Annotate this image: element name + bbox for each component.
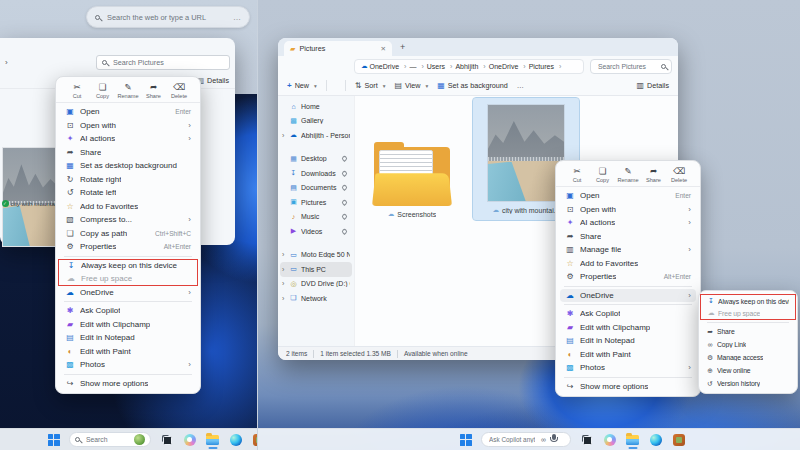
taskbar-copilot-box[interactable]: ∞ xyxy=(481,432,571,447)
menu-item-share[interactable]: ➦ Share › xyxy=(560,230,696,244)
menu-item-show-more-options[interactable]: ↪ Show more options › xyxy=(60,377,196,391)
app-button-orange[interactable] xyxy=(251,431,258,449)
expand-chevron-icon[interactable] xyxy=(282,280,289,287)
menu-bar-button-share[interactable]: ➦ Share xyxy=(643,166,665,183)
web-search-bar[interactable]: … xyxy=(86,6,250,28)
menu-bar-button-rename[interactable]: ✎ Rename xyxy=(117,82,139,99)
menu-item-always-keep-on-this-device[interactable]: ↧ Always keep on this device › xyxy=(58,259,198,273)
sidebar-item-documents[interactable]: ▤ Documents xyxy=(280,181,352,196)
menu-item-compress-to[interactable]: ▧ Compress to... › xyxy=(60,213,196,227)
menu-bar-button-copy[interactable]: ❏ Copy xyxy=(592,166,614,183)
sidebar-item-downloads[interactable]: ↧ Downloads xyxy=(280,166,352,181)
breadcrumb-item[interactable]: Abhijith xyxy=(455,63,488,70)
edge-button[interactable] xyxy=(228,431,243,449)
menu-item-show-more-options[interactable]: ↪ Show more options › xyxy=(560,380,696,394)
menu-item-edit-with-clipchamp[interactable]: ▰ Edit with Clipchamp › xyxy=(60,318,196,332)
new-tab-button[interactable]: + xyxy=(400,42,405,52)
sidebar-item-gallery[interactable]: ▩ Gallery xyxy=(280,114,352,129)
menu-item-share[interactable]: ➦ Share › xyxy=(60,146,196,160)
submenu-item-copy-link[interactable]: ∞ Copy Link xyxy=(702,338,794,351)
microphone-icon[interactable] xyxy=(550,434,558,445)
menu-item-add-to-favorites[interactable]: ☆ Add to Favorites › xyxy=(560,257,696,271)
copilot-button[interactable] xyxy=(602,431,617,449)
expand-chevron-icon[interactable] xyxy=(282,132,289,139)
submenu-item-share[interactable]: ➦ Share xyxy=(702,325,794,338)
submenu-item-always-keep-on-this-device[interactable]: ↧ Always keep on this device xyxy=(700,294,796,307)
menu-item-open[interactable]: ▣ Open Enter› xyxy=(60,105,196,119)
menu-item-copy-as-path[interactable]: ❏ Copy as path Ctrl+Shift+C› xyxy=(60,227,196,241)
start-button[interactable] xyxy=(458,431,473,449)
details-button[interactable]: ▥ Details xyxy=(197,76,229,85)
menu-item-free-up-space[interactable]: ☁ Free up space › xyxy=(58,272,198,286)
new-button[interactable]: + New xyxy=(287,81,317,90)
menu-item-properties[interactable]: ⚙ Properties Alt+Enter› xyxy=(560,270,696,284)
menu-item-ask-copilot[interactable]: ✱ Ask Copilot › xyxy=(560,307,696,321)
file-explorer-button[interactable] xyxy=(625,431,640,449)
sort-button[interactable]: ⇅ Sort xyxy=(355,81,386,90)
menu-item-edit-with-clipchamp[interactable]: ▰ Edit with Clipchamp › xyxy=(560,321,696,335)
task-view-button[interactable] xyxy=(159,431,174,449)
start-button[interactable] xyxy=(46,431,61,449)
more-options-icon[interactable]: … xyxy=(233,13,241,22)
submenu-item-version-history[interactable]: ↺ Version history xyxy=(702,377,794,390)
menu-bar-button-cut[interactable]: ✂ Cut xyxy=(566,166,588,183)
details-button[interactable]: ▥ Details xyxy=(636,81,669,90)
menu-item-properties[interactable]: ⚙ Properties Alt+Enter› xyxy=(60,240,196,254)
sidebar-item-music[interactable]: ♪ Music xyxy=(280,210,352,225)
breadcrumb-item[interactable]: OneDrive xyxy=(489,63,529,70)
sidebar-item-moto-edge-50-neo[interactable]: ▭ Moto Edge 50 Neo xyxy=(280,248,352,263)
breadcrumb-item[interactable]: — xyxy=(409,63,426,70)
beach-photo-thumbnail[interactable] xyxy=(2,147,58,247)
menu-item-ask-copilot[interactable]: ✱ Ask Copilot › xyxy=(60,304,196,318)
menu-bar-button-rename[interactable]: ✎ Rename xyxy=(617,166,639,183)
menu-item-ai-actions[interactable]: ✦ AI actions › xyxy=(60,132,196,146)
menu-item-open-with[interactable]: ⊡ Open with › xyxy=(60,119,196,133)
sidebar-item-videos[interactable]: ▶ Videos xyxy=(280,224,352,239)
sidebar-item-this-pc[interactable]: ▭ This PC xyxy=(280,262,352,277)
view-button[interactable]: ▤ View xyxy=(394,81,428,90)
sidebar-item-onedrive-personal[interactable]: ☁ Abhijith - Personal xyxy=(280,128,352,143)
task-view-button[interactable] xyxy=(579,431,594,449)
sidebar-item-home[interactable]: ⌂ Home xyxy=(280,99,352,114)
menu-bar-button-share[interactable]: ➦ Share xyxy=(143,82,165,99)
menu-item-set-as-desktop-background[interactable]: ▦ Set as desktop background › xyxy=(60,159,196,173)
menu-item-onedrive[interactable]: ☁ OneDrive › xyxy=(560,289,696,303)
search-pictures-input[interactable] xyxy=(111,57,224,68)
menu-item-edit-in-notepad[interactable]: ▤ Edit in Notepad › xyxy=(60,331,196,345)
menu-item-rotate-left[interactable]: ↺ Rotate left › xyxy=(60,186,196,200)
file-explorer-button[interactable] xyxy=(205,431,220,449)
menu-item-photos[interactable]: ▩ Photos › xyxy=(60,358,196,372)
menu-item-open-with[interactable]: ⊡ Open with › xyxy=(560,203,696,217)
breadcrumb-item[interactable]: Users xyxy=(427,63,456,70)
menu-bar-button-delete[interactable]: ⌫ Delete xyxy=(668,166,690,183)
submenu-item-manage-access[interactable]: ⚙ Manage access xyxy=(702,351,794,364)
menu-item-onedrive[interactable]: ☁ OneDrive › xyxy=(60,286,196,300)
set-as-background-button[interactable]: ▦ Set as background xyxy=(437,81,508,90)
menu-item-edit-with-paint[interactable]: ◐ Edit with Paint › xyxy=(60,345,196,359)
breadcrumb-item[interactable]: ☁ OneDrive xyxy=(361,62,409,70)
sidebar-item-dvd-drive[interactable]: ◎ DVD Drive (D:) CCC xyxy=(280,277,352,292)
see-more-button[interactable]: … xyxy=(517,81,525,90)
menu-item-ai-actions[interactable]: ✦ AI actions › xyxy=(560,216,696,230)
search-box[interactable] xyxy=(590,59,672,74)
search-pictures-input[interactable] xyxy=(596,62,658,71)
menu-bar-button-cut[interactable]: ✂ Cut xyxy=(66,82,88,99)
submenu-item-view-online[interactable]: ⊕ View online xyxy=(702,364,794,377)
taskbar-search-box[interactable] xyxy=(69,432,151,447)
menu-item-edit-in-notepad[interactable]: ▤ Edit in Notepad › xyxy=(560,334,696,348)
tab-pictures[interactable]: ▰ Pictures ✕ xyxy=(284,41,392,56)
app-button-orange[interactable] xyxy=(671,431,686,449)
menu-item-open[interactable]: ▣ Open Enter› xyxy=(560,189,696,203)
menu-item-add-to-favorites[interactable]: ☆ Add to Favorites › xyxy=(60,200,196,214)
web-search-input[interactable] xyxy=(105,12,228,23)
sidebar-item-desktop[interactable]: ▦ Desktop xyxy=(280,152,352,167)
copilot-input[interactable] xyxy=(487,435,537,444)
breadcrumb[interactable]: ☁ OneDrive — Users Abhijith xyxy=(354,59,584,74)
expand-chevron-icon[interactable] xyxy=(282,251,289,258)
breadcrumb-item[interactable]: Pictures xyxy=(529,63,565,70)
menu-item-manage-file[interactable]: ▥ Manage file › xyxy=(560,243,696,257)
menu-bar-button-copy[interactable]: ❏ Copy xyxy=(92,82,114,99)
edge-button[interactable] xyxy=(648,431,663,449)
menu-item-rotate-right[interactable]: ↻ Rotate right › xyxy=(60,173,196,187)
menu-bar-button-delete[interactable]: ⌫ Delete xyxy=(168,82,190,99)
